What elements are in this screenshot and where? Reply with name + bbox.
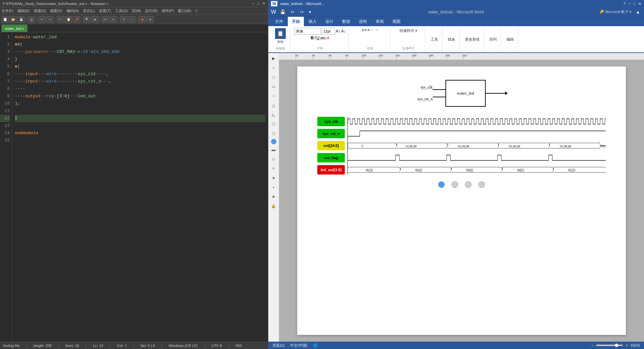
styles-label: 快速样式 [402, 46, 415, 51]
font-color-btn[interactable]: A [327, 36, 329, 40]
menu-edit[interactable]: 编辑(E) [17, 8, 30, 13]
font-shrink-btn[interactable]: A↓ [341, 29, 346, 34]
open-btn[interactable]: 📂 [9, 16, 17, 23]
menu-help[interactable]: ? [195, 9, 197, 13]
font-grow-btn[interactable]: A↑ [336, 29, 340, 34]
tool-ellipse[interactable]: ○ [270, 92, 278, 100]
menu-window[interactable]: 窗口(W) [178, 8, 191, 13]
menu-settings[interactable]: 设置(T) [99, 8, 111, 13]
menu-search[interactable]: 搜索(S) [34, 8, 46, 13]
copy-btn[interactable]: 📋 [65, 16, 72, 23]
maximize-btn[interactable]: □ [257, 1, 260, 6]
tool-star[interactable]: ★ [270, 193, 278, 201]
tab-file[interactable]: 文件 [271, 17, 287, 26]
word-restore-btn[interactable]: □ [633, 2, 636, 6]
replace-btn[interactable]: ⇄ [91, 16, 99, 23]
page-dot-2[interactable] [451, 181, 458, 188]
close-btn[interactable]: ✕ [262, 1, 265, 6]
indent-btn[interactable]: → [128, 16, 136, 23]
menu-macro[interactable]: 宏(M) [132, 8, 141, 13]
zoom-out-btn[interactable]: − [591, 343, 593, 347]
zoom-out-btn[interactable]: A- [110, 16, 117, 23]
print-btn[interactable]: 🖨 [28, 16, 35, 23]
menu-encode[interactable]: 编码(N) [66, 8, 79, 13]
macro-btn[interactable]: ● [147, 16, 154, 23]
arrange-btn[interactable]: 排列 [488, 37, 498, 42]
find-btn[interactable]: 🔍 [83, 16, 91, 23]
cut-btn[interactable]: ✂ [57, 16, 64, 23]
quick-undo-btn[interactable]: ↩ [289, 9, 296, 15]
redo-btn[interactable]: ↪ [46, 16, 54, 23]
font-name-input[interactable] [294, 28, 321, 35]
page-dot-1[interactable] [438, 181, 445, 188]
paste-btn[interactable]: 📌 [73, 16, 80, 23]
font-size-input[interactable] [322, 28, 335, 35]
zoom-slider[interactable] [596, 345, 623, 346]
tool-rect3[interactable]: ▪ [270, 183, 278, 191]
underline-btn[interactable]: U [316, 35, 319, 40]
new-btn[interactable]: 📄 [1, 16, 9, 23]
page-dot-3[interactable] [465, 181, 472, 188]
word-help-btn[interactable]: ? [623, 2, 625, 6]
wrap-btn[interactable]: ⏎ [120, 16, 127, 23]
tool-right-triangle[interactable]: ◺ [270, 111, 278, 119]
word-close-btn[interactable]: ✕ [638, 2, 641, 6]
menu-tools[interactable]: 工具(O) [115, 8, 128, 13]
align-left-btn[interactable]: ≡ [362, 28, 364, 32]
tool-lock[interactable]: 🔒 [270, 202, 278, 210]
quick-more-btn[interactable]: ▾ [308, 9, 313, 15]
account-btn[interactable]: 🔑 Microsoft 帐户 ▾ [599, 9, 632, 14]
menu-view[interactable]: 视图(V) [50, 8, 62, 13]
bookmark-btn[interactable]: 🔖 [139, 16, 146, 23]
tool-hexagon[interactable]: ⬡ [270, 130, 278, 138]
tool-diamond[interactable]: ◇ [270, 155, 278, 163]
indent-right-btn[interactable]: → [375, 28, 378, 32]
menu-plugins[interactable]: 插件(P) [162, 8, 174, 13]
save-btn[interactable]: 💾 [17, 16, 25, 23]
menu-run[interactable]: 运行(R) [145, 8, 157, 13]
tab-review[interactable]: 审阅 [372, 17, 388, 26]
indent-left-btn[interactable]: ← [370, 28, 374, 32]
edit-shape-btn[interactable]: 更改形状 [464, 37, 481, 42]
tab-insert[interactable]: 插入 [305, 17, 321, 26]
strikethrough-btn[interactable]: abc [320, 36, 326, 40]
word-canvas[interactable]: sys_clk sys_rst_n [279, 60, 644, 342]
file-tab[interactable]: water_led.v [1, 24, 28, 32]
quick-save-btn[interactable]: 💾 [279, 9, 287, 15]
tab-design[interactable]: 设计 [321, 17, 337, 26]
line-btn[interactable]: 线条 [446, 37, 457, 42]
tab-data[interactable]: 数据 [338, 17, 354, 26]
quick-redo-btn[interactable]: ↪ [299, 9, 305, 15]
paste-btn[interactable]: 📋 粘贴 [274, 28, 287, 44]
undo-btn[interactable]: ↩ [38, 16, 46, 23]
tool-select[interactable]: ↖ [270, 64, 278, 72]
tool-rounded-rect[interactable]: ▭ [270, 83, 278, 91]
tab-process[interactable]: 进程 [355, 17, 371, 26]
sidebar-expand-btn[interactable]: ▶ [270, 54, 278, 62]
minimize-btn[interactable]: ─ [252, 1, 255, 6]
tools-btn[interactable]: 工具 [429, 37, 439, 42]
tab-home[interactable]: 开始 [288, 17, 304, 26]
zoom-in-btn[interactable]: + [626, 343, 628, 347]
tool-rectangle2[interactable]: ▬ [270, 146, 278, 154]
tool-pentagon[interactable]: ⬠ [270, 120, 278, 128]
zoom-in-btn[interactable]: A+ [102, 16, 109, 23]
tool-triangle[interactable]: △ [270, 101, 278, 109]
menu-lang[interactable]: 语言(L) [83, 8, 95, 13]
tab-view[interactable]: 视图 [388, 17, 405, 26]
menu-file[interactable]: 文件(F) [1, 8, 13, 13]
tool-circle-filled[interactable] [271, 139, 276, 144]
italic-btn[interactable]: I [315, 35, 316, 40]
page-dot-4[interactable] [478, 181, 485, 188]
align-center-btn[interactable]: ≡ [365, 28, 367, 32]
word-minimize-btn[interactable]: ─ [628, 2, 631, 6]
align-right-btn[interactable]: ≡ [368, 28, 370, 32]
tool-cross[interactable]: + [270, 164, 278, 172]
code-content[interactable]: module · water_led ■ #( ···· parameter ·… [12, 32, 268, 342]
quick-styles-btn[interactable]: 快速样式 ▾ [398, 28, 419, 34]
tool-arrow[interactable]: ➤ [270, 174, 278, 182]
bold-btn[interactable]: B [311, 35, 314, 40]
edit-btn[interactable]: 编辑 [505, 37, 515, 42]
tool-rectangle[interactable]: □ [270, 73, 278, 81]
ribbon-collapse-btn[interactable]: ▲ [634, 9, 641, 15]
